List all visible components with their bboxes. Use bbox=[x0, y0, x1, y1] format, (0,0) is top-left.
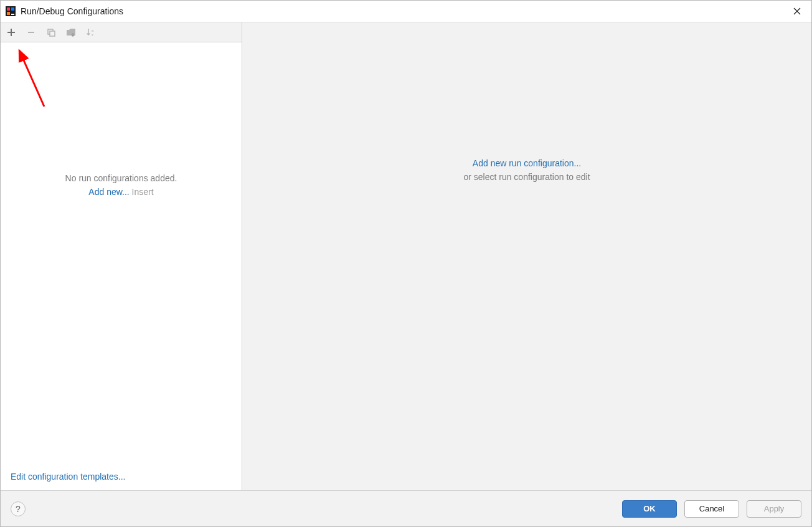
remove-configuration-button[interactable] bbox=[24, 26, 38, 39]
plus-icon bbox=[7, 28, 16, 37]
configurations-list: No run configurations added. Add new... … bbox=[1, 42, 242, 465]
sort-icon: a z bbox=[86, 28, 96, 37]
add-new-link[interactable]: Add new... bbox=[88, 187, 129, 197]
copy-icon bbox=[47, 28, 55, 37]
editor-empty-subtext: or select run configuration to edit bbox=[242, 172, 811, 182]
dialog-button-bar: ? OK Cancel Apply bbox=[1, 490, 811, 526]
svg-rect-2 bbox=[11, 7, 14, 11]
svg-rect-11 bbox=[50, 31, 55, 36]
edit-templates-link[interactable]: Edit configuration templates... bbox=[11, 472, 125, 482]
ok-button[interactable]: OK bbox=[622, 500, 677, 518]
svg-rect-3 bbox=[7, 12, 10, 15]
configurations-footer: Edit configuration templates... bbox=[1, 465, 242, 490]
add-new-run-configuration-link[interactable]: Add new run configuration... bbox=[473, 158, 581, 168]
add-new-shortcut-hint: Insert bbox=[130, 187, 154, 197]
configuration-editor-panel: Add new run configuration... or select r… bbox=[242, 22, 811, 490]
dialog-title: Run/Debug Configurations bbox=[21, 6, 123, 16]
configurations-panel: a z No run configurations added. Add new… bbox=[1, 22, 242, 490]
svg-text:z: z bbox=[92, 33, 93, 37]
configurations-toolbar: a z bbox=[1, 22, 242, 42]
minus-icon bbox=[27, 28, 35, 37]
svg-rect-1 bbox=[7, 7, 10, 11]
cancel-button[interactable]: Cancel bbox=[684, 500, 739, 518]
dialog-body: a z No run configurations added. Add new… bbox=[1, 22, 811, 490]
add-configuration-button[interactable] bbox=[4, 26, 18, 39]
svg-text:a: a bbox=[92, 29, 94, 32]
title-bar: Run/Debug Configurations bbox=[1, 1, 811, 22]
copy-configuration-button[interactable] bbox=[44, 26, 58, 39]
configurations-empty-state: No run configurations added. Add new... … bbox=[1, 173, 242, 197]
folder-icon bbox=[66, 28, 76, 37]
empty-state-message: No run configurations added. bbox=[1, 173, 242, 183]
editor-empty-state: Add new run configuration... or select r… bbox=[242, 158, 811, 182]
help-icon: ? bbox=[16, 504, 21, 514]
intellij-app-icon bbox=[6, 6, 16, 16]
run-debug-configurations-dialog: Run/Debug Configurations bbox=[0, 0, 812, 527]
svg-rect-4 bbox=[11, 14, 14, 15]
sort-configurations-button[interactable]: a z bbox=[84, 26, 98, 39]
close-icon bbox=[793, 7, 801, 15]
help-button[interactable]: ? bbox=[11, 501, 26, 516]
save-configuration-button[interactable] bbox=[64, 26, 78, 39]
close-button[interactable] bbox=[788, 2, 806, 21]
apply-button[interactable]: Apply bbox=[747, 500, 801, 518]
